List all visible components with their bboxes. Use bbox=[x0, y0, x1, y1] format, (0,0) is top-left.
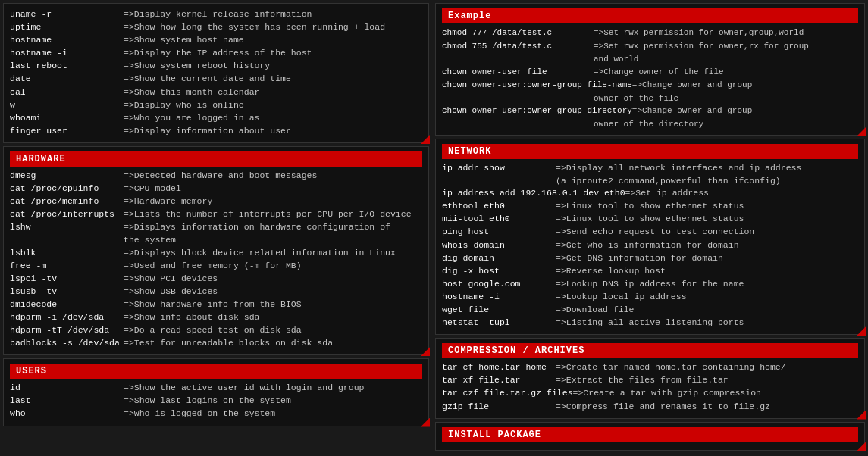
table-row: free -m=>Used and free memory (-m for MB… bbox=[10, 260, 422, 272]
command-name: finger user bbox=[10, 125, 124, 137]
table-row: gzip file=>Compress file and renames it … bbox=[442, 401, 858, 413]
table-row: wget file=>Download file bbox=[442, 304, 858, 316]
table-row: ethtool eth0=>Linux tool to show etherne… bbox=[442, 200, 858, 212]
command-name: tar xf file.tar bbox=[442, 374, 556, 386]
example-row: chown owner-user:owner-group directory=>… bbox=[442, 105, 858, 117]
command-desc: =>Displays block device related informat… bbox=[124, 247, 422, 259]
table-row: hostname -i=>Lookup local ip address bbox=[442, 291, 858, 303]
command-name: cat /proc/interrupts bbox=[10, 208, 124, 220]
table-row: lsusb -tv=>Show USB devices bbox=[10, 286, 422, 298]
example-desc: =>Set rwx permission for owner,group,wor… bbox=[594, 27, 804, 39]
users-commands-list: id=>Show the active user id with login a… bbox=[10, 382, 422, 420]
command-name: dig domain bbox=[442, 252, 556, 264]
command-name: w bbox=[10, 99, 124, 111]
command-desc: =>Test for unreadable blocks on disk sda bbox=[124, 337, 422, 349]
command-name: lsblk bbox=[10, 247, 124, 259]
command-desc: =>Download file bbox=[556, 304, 858, 316]
command-desc: =>Detected hardware and boot messages bbox=[124, 170, 422, 182]
command-desc: =>Used and free memory (-m for MB) bbox=[124, 260, 422, 272]
command-desc: =>Show this month calendar bbox=[124, 86, 422, 98]
command-desc: =>Compress file and renames it to file.g… bbox=[556, 401, 858, 413]
command-desc: =>Lists the number of interrupts per CPU… bbox=[124, 208, 422, 220]
command-name: wget file bbox=[442, 304, 556, 316]
table-row: dig domain=>Get DNS information for doma… bbox=[442, 252, 858, 264]
example-desc-continuation: owner of the file bbox=[594, 92, 858, 105]
command-name: host google.com bbox=[442, 278, 556, 290]
command-name: whois domain bbox=[442, 239, 556, 251]
command-name: hostname -i bbox=[10, 47, 124, 59]
example-desc: =>Change owner and group bbox=[632, 105, 752, 117]
table-row: lsblk=>Displays block device related inf… bbox=[10, 247, 422, 259]
install-section: INSTALL PACKAGE bbox=[435, 422, 865, 451]
table-row: cat /proc/interrupts=>Lists the number o… bbox=[10, 208, 422, 220]
table-row: cat /proc/meminfo=>Hardware memory bbox=[10, 195, 422, 208]
command-name: uptime bbox=[10, 21, 124, 33]
example-row: chmod 777 /data/test.c=>Set rwx permissi… bbox=[442, 27, 858, 39]
command-desc: =>Show system reboot history bbox=[124, 60, 422, 72]
command-name: dig -x host bbox=[442, 265, 556, 277]
left-column: uname -r=>Display kernel release informa… bbox=[0, 0, 432, 456]
example-cmd: chmod 777 /data/test.c bbox=[442, 27, 594, 39]
command-name: gzip file bbox=[442, 401, 556, 413]
command-desc: =>Show how long the system has been runn… bbox=[124, 21, 422, 33]
table-row: dig -x host=>Reverse lookup host bbox=[442, 265, 858, 277]
users-header: USERS bbox=[10, 364, 422, 379]
table-row: lshw=>Displays information on hardware c… bbox=[10, 221, 422, 233]
command-desc: =>Display all network interfaces and ip … bbox=[556, 162, 858, 174]
table-row: ip addr show=>Display all network interf… bbox=[442, 162, 858, 174]
command-desc: =>Show the active user id with login and… bbox=[124, 382, 422, 394]
command-desc: =>Create tar named home.tar containing h… bbox=[556, 361, 858, 373]
table-row: dmidecode=>Show hardware info from the B… bbox=[10, 298, 422, 311]
right-column: Example chmod 777 /data/test.c=>Set rwx … bbox=[432, 0, 868, 456]
example-cmd: chown owner-user:owner-group file-name bbox=[442, 79, 632, 92]
table-row: whoami=>Who you are logged in as bbox=[10, 112, 422, 124]
example-desc: =>Set rwx permission for owner,rx for gr… bbox=[594, 40, 809, 53]
command-desc: =>Display who is online bbox=[124, 99, 422, 111]
table-row: ip address add 192.168.0.1 dev eth0=>Set… bbox=[442, 187, 858, 199]
command-desc-continuation: the system bbox=[124, 234, 422, 246]
example-commands-list: chmod 777 /data/test.c=>Set rwx permissi… bbox=[442, 27, 858, 130]
example-row: chown owner-user:owner-group file-name=>… bbox=[442, 79, 858, 92]
command-desc: =>Hardware memory bbox=[124, 195, 422, 208]
command-desc: =>Linux tool to show ethernet status bbox=[556, 213, 858, 225]
example-row: chown owner-user file=>Change owner of t… bbox=[442, 66, 858, 79]
command-name: whoami bbox=[10, 112, 124, 124]
table-row: uptime=>Show how long the system has bee… bbox=[10, 21, 422, 33]
example-cmd: chown owner-user:owner-group directory bbox=[442, 105, 632, 117]
hardware-section: HARDWARE dmesg=>Detected hardware and bo… bbox=[3, 146, 429, 355]
command-desc: =>CPU model bbox=[124, 183, 422, 195]
example-row: chmod 755 /data/test.c=>Set rwx permissi… bbox=[442, 40, 858, 53]
command-name: ip address add 192.168.0.1 dev eth0 bbox=[442, 187, 625, 199]
table-row: tar xf file.tar=>Extract the files from … bbox=[442, 374, 858, 386]
command-name: tar czf file.tar.gz files bbox=[442, 387, 573, 399]
top-commands-section: uname -r=>Display kernel release informa… bbox=[3, 3, 429, 143]
table-row: hdparm -i /dev/sda=>Show info about disk… bbox=[10, 311, 422, 323]
table-row: date=>Show the current date and time bbox=[10, 73, 422, 85]
install-header: INSTALL PACKAGE bbox=[442, 427, 858, 442]
command-desc: =>Do a read speed test on disk sda bbox=[124, 324, 422, 336]
command-desc: =>Who is logged on the system bbox=[124, 408, 422, 420]
command-desc: =>Show hardware info from the BIOS bbox=[124, 298, 422, 311]
command-name: hdparm -tT /dev/sda bbox=[10, 324, 124, 336]
main-container: uname -r=>Display kernel release informa… bbox=[0, 0, 868, 456]
command-name: ip addr show bbox=[442, 162, 556, 174]
top-commands-list: uname -r=>Display kernel release informa… bbox=[10, 8, 422, 137]
example-desc-continuation: and world bbox=[594, 53, 858, 66]
command-name: ping host bbox=[442, 226, 556, 238]
command-name: lshw bbox=[10, 221, 124, 233]
command-desc: =>Reverse lookup host bbox=[556, 265, 858, 277]
example-header: Example bbox=[442, 8, 858, 23]
table-row: ping host=>Send echo request to test con… bbox=[442, 226, 858, 238]
compression-header: COMPRESSION / ARCHIVES bbox=[442, 343, 858, 358]
command-name: dmidecode bbox=[10, 298, 124, 311]
hardware-commands-list: dmesg=>Detected hardware and boot messag… bbox=[10, 170, 422, 349]
command-name: cat /proc/meminfo bbox=[10, 195, 124, 208]
compression-section: COMPRESSION / ARCHIVES tar cf home.tar h… bbox=[435, 338, 865, 418]
command-desc: =>Show the current date and time bbox=[124, 73, 422, 85]
table-row: id=>Show the active user id with login a… bbox=[10, 382, 422, 394]
table-row: cat /proc/cpuinfo=>CPU model bbox=[10, 183, 422, 195]
command-desc: =>Who you are logged in as bbox=[124, 112, 422, 124]
command-desc: =>Show last logins on the system bbox=[124, 395, 422, 407]
compression-commands-list: tar cf home.tar home=>Create tar named h… bbox=[442, 361, 858, 412]
table-row: dmesg=>Detected hardware and boot messag… bbox=[10, 170, 422, 182]
